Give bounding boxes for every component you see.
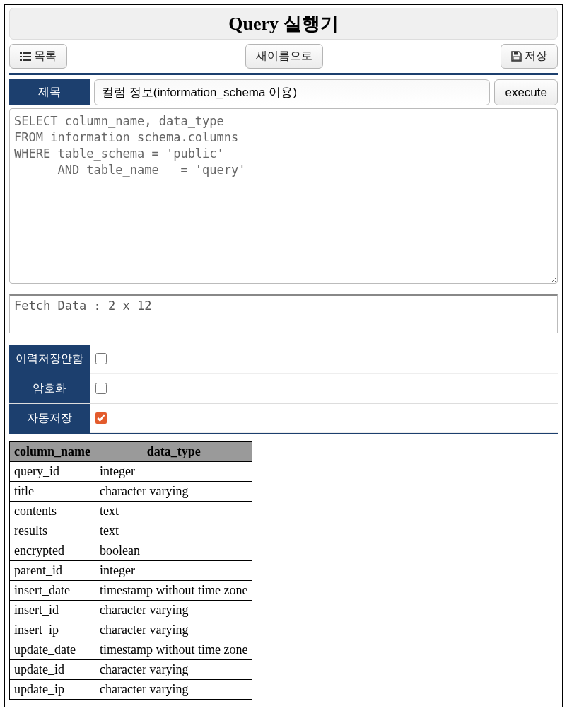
table-row: update_datetimestamp without time zone [10,640,252,660]
table-header: column_name [10,442,95,462]
table-cell: text [95,502,252,521]
table-cell: parent_id [10,561,95,581]
table-row: insert_ipcharacter varying [10,620,252,640]
save-as-button-label: 새이름으로 [256,49,312,64]
list-icon [20,52,31,62]
table-cell: character varying [95,660,252,680]
svg-rect-3 [23,56,31,57]
encrypt-checkbox[interactable] [95,383,107,394]
table-cell: insert_date [10,581,95,601]
table-cell: integer [95,561,252,581]
table-row: encryptedboolean [10,541,252,561]
svg-rect-5 [23,59,31,61]
save-icon [511,51,522,62]
execute-button[interactable]: execute [494,79,558,105]
svg-rect-6 [514,52,518,55]
table-row: insert_datetimestamp without time zone [10,581,252,601]
title-input[interactable] [94,79,490,105]
table-cell: timestamp without time zone [95,640,252,660]
option-row-no-history: 이력저장안함 [9,345,558,374]
autosave-checkbox[interactable] [95,412,107,424]
table-row: update_idcharacter varying [10,660,252,680]
table-row: query_idinteger [10,462,252,482]
list-button-label: 목록 [34,49,57,64]
svg-rect-1 [23,52,31,54]
table-cell: timestamp without time zone [95,581,252,601]
table-row: update_ipcharacter varying [10,680,252,700]
table-cell: character varying [95,601,252,620]
save-button-label: 저장 [525,49,547,64]
options-panel: 이력저장안함 암호화 자동저장 [9,345,558,434]
table-cell: contents [10,502,95,521]
table-cell: encrypted [10,541,95,561]
status-output: Fetch Data : 2 x 12 [9,294,558,333]
title-label: 제목 [9,79,90,105]
title-row: 제목 execute [9,79,558,105]
toolbar: 목록 새이름으로 저장 [9,44,558,75]
svg-rect-7 [513,57,520,60]
table-row: contentstext [10,502,252,521]
table-row: titlecharacter varying [10,482,252,502]
query-textarea[interactable] [9,108,558,284]
table-cell: boolean [95,541,252,561]
table-cell: results [10,521,95,541]
no-history-checkbox[interactable] [95,353,107,364]
table-header: data_type [95,442,252,462]
result-table: column_namedata_type query_idintegertitl… [9,441,252,700]
option-row-autosave: 자동저장 [9,403,558,433]
list-button[interactable]: 목록 [9,44,67,69]
table-cell: query_id [10,462,95,482]
table-cell: update_date [10,640,95,660]
table-cell: character varying [95,620,252,640]
svg-rect-4 [20,59,22,61]
table-cell: integer [95,462,252,482]
table-row: insert_idcharacter varying [10,601,252,620]
table-cell: title [10,482,95,502]
page-title: Query 실행기 [228,13,338,34]
table-cell: update_id [10,660,95,680]
table-cell: character varying [95,482,252,502]
svg-rect-0 [20,52,22,54]
table-cell: update_ip [10,680,95,700]
option-label: 암호화 [9,374,90,403]
page-header: Query 실행기 [9,8,558,40]
table-cell: text [95,521,252,541]
option-row-encrypt: 암호화 [9,374,558,403]
option-label: 자동저장 [9,404,90,433]
table-cell: insert_ip [10,620,95,640]
table-cell: insert_id [10,601,95,620]
table-cell: character varying [95,680,252,700]
save-as-button[interactable]: 새이름으로 [245,44,323,69]
table-row: parent_idinteger [10,561,252,581]
table-row: resultstext [10,521,252,541]
svg-rect-2 [20,56,22,57]
save-button[interactable]: 저장 [501,44,558,69]
option-label: 이력저장안함 [9,345,90,374]
